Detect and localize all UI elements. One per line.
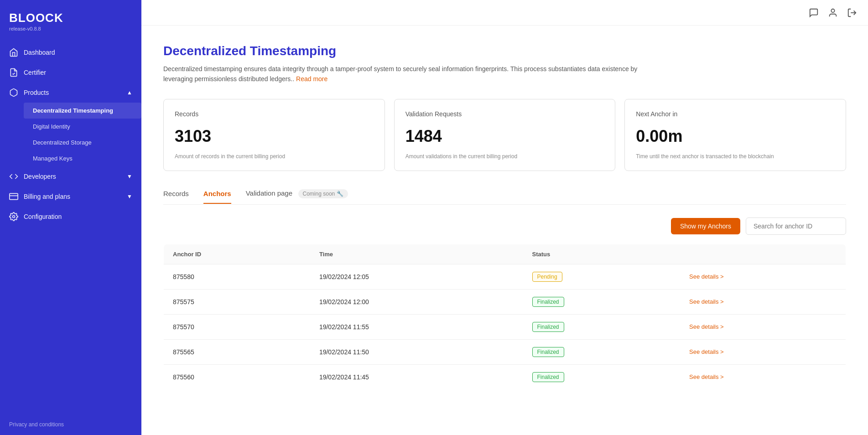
anchor-table: Anchor ID Time Status 875580 19/02/2024 … (163, 244, 846, 390)
stat-card-records: Records 3103 Amount of records in the cu… (163, 99, 385, 171)
sidebar-item-decentralized-timestamping[interactable]: Decentralized Timestamping (24, 103, 141, 119)
main-content: Decentralized Timestamping Decentralized… (141, 0, 868, 435)
message-icon[interactable] (809, 8, 819, 18)
table-row: 875575 19/02/2024 12:00 Finalized See de… (164, 289, 846, 314)
cell-actions: See details > (680, 289, 846, 314)
read-more-link[interactable]: Read more (296, 75, 327, 83)
cell-anchor-id: 875560 (164, 364, 310, 389)
home-icon (9, 48, 18, 57)
logout-icon[interactable] (847, 8, 857, 18)
cell-status: Finalized (523, 314, 681, 339)
cell-anchor-id: 875580 (164, 264, 310, 289)
sidebar-item-dashboard[interactable]: Dashboard (0, 42, 141, 62)
see-details-link[interactable]: See details > (689, 298, 837, 305)
cell-status: Finalized (523, 339, 681, 364)
table-controls: Show my Anchors (163, 218, 846, 235)
status-badge: Finalized (532, 347, 564, 357)
cell-actions: See details > (680, 314, 846, 339)
see-details-link[interactable]: See details > (689, 373, 837, 380)
sidebar-item-label: Developers (24, 173, 56, 180)
svg-rect-0 (10, 193, 18, 199)
table-row: 875570 19/02/2024 11:55 Finalized See de… (164, 314, 846, 339)
stats-row: Records 3103 Amount of records in the cu… (163, 99, 846, 171)
cell-status: Pending (523, 264, 681, 289)
search-anchor-input[interactable] (746, 218, 846, 235)
stat-description: Amount of records in the current billing… (175, 153, 374, 160)
sidebar-item-digital-identity[interactable]: Digital Identity (24, 119, 141, 135)
page-description: Decentralized timestamping ensures data … (163, 64, 665, 84)
status-badge: Finalized (532, 297, 564, 307)
logo: BLOOCK (9, 11, 132, 25)
credit-card-icon (9, 192, 18, 201)
svg-point-2 (13, 216, 15, 218)
chevron-down-icon: ▼ (127, 193, 132, 200)
settings-icon (9, 212, 18, 221)
stat-value: 3103 (175, 127, 374, 146)
table-row: 875565 19/02/2024 11:50 Finalized See de… (164, 339, 846, 364)
sidebar-item-certifier[interactable]: Certifier (0, 62, 141, 83)
sidebar-item-label: Configuration (24, 213, 62, 220)
show-my-anchors-button[interactable]: Show my Anchors (671, 218, 740, 234)
cell-status: Finalized (523, 289, 681, 314)
page-title: Decentralized Timestamping (163, 44, 846, 58)
stat-label: Validation Requests (405, 110, 604, 118)
cell-anchor-id: 875565 (164, 339, 310, 364)
cell-actions: See details > (680, 339, 846, 364)
top-bar (141, 0, 868, 26)
sidebar-item-products[interactable]: Products ▲ (0, 83, 141, 103)
page-content: Decentralized Timestamping Decentralized… (141, 26, 868, 435)
table-row: 875580 19/02/2024 12:05 Pending See deta… (164, 264, 846, 289)
cell-anchor-id: 875575 (164, 289, 310, 314)
sidebar-item-billing[interactable]: Billing and plans ▼ (0, 186, 141, 207)
cell-time: 19/02/2024 11:55 (310, 314, 523, 339)
sidebar-item-label: Billing and plans (24, 193, 70, 200)
sidebar-item-configuration[interactable]: Configuration (0, 207, 141, 227)
cell-time: 19/02/2024 11:45 (310, 364, 523, 389)
privacy-link[interactable]: Privacy and conditions (0, 414, 141, 435)
chevron-up-icon: ▲ (127, 89, 132, 96)
col-time: Time (310, 244, 523, 264)
products-subnav: Decentralized Timestamping Digital Ident… (0, 103, 141, 166)
stat-value: 1484 (405, 127, 604, 146)
sidebar-item-label: Certifier (24, 69, 46, 76)
status-badge: Finalized (532, 372, 564, 382)
version: release-v0.8.8 (9, 26, 132, 31)
status-badge: Finalized (532, 322, 564, 332)
stat-value: 0.00m (636, 127, 835, 146)
logo-area: BLOOCK release-v0.8.8 (0, 0, 141, 35)
stat-card-validation-requests: Validation Requests 1484 Amount validati… (394, 99, 616, 171)
stat-label: Next Anchor in (636, 110, 835, 118)
chevron-down-icon: ▼ (127, 173, 132, 180)
sidebar: BLOOCK release-v0.8.8 Dashboard Certifie… (0, 0, 141, 435)
col-status: Status (523, 244, 681, 264)
svg-point-3 (831, 9, 834, 12)
col-actions (680, 244, 846, 264)
see-details-link[interactable]: See details > (689, 273, 837, 280)
user-icon[interactable] (828, 8, 838, 18)
status-badge: Pending (532, 272, 562, 282)
tab-anchors[interactable]: Anchors (203, 190, 231, 204)
sidebar-item-label: Dashboard (24, 49, 55, 56)
stat-card-next-anchor: Next Anchor in 0.00m Time until the next… (624, 99, 846, 171)
cell-status: Finalized (523, 364, 681, 389)
tab-bar: Records Anchors Validation page Coming s… (163, 189, 846, 205)
col-anchor-id: Anchor ID (164, 244, 310, 264)
sidebar-item-decentralized-storage[interactable]: Decentralized Storage (24, 135, 141, 150)
stat-description: Amount validations in the current billin… (405, 153, 604, 160)
cell-actions: See details > (680, 264, 846, 289)
table-row: 875560 19/02/2024 11:45 Finalized See de… (164, 364, 846, 389)
box-icon (9, 88, 18, 97)
sidebar-item-managed-keys[interactable]: Managed Keys (24, 150, 141, 166)
tab-records[interactable]: Records (163, 190, 189, 204)
see-details-link[interactable]: See details > (689, 348, 837, 355)
cell-time: 19/02/2024 12:05 (310, 264, 523, 289)
see-details-link[interactable]: See details > (689, 323, 837, 330)
stat-label: Records (175, 110, 374, 118)
sidebar-item-label: Products (24, 89, 49, 96)
cell-actions: See details > (680, 364, 846, 389)
sidebar-item-developers[interactable]: Developers ▼ (0, 166, 141, 186)
coming-soon-badge: Coming soon 🔧 (298, 189, 348, 198)
cell-anchor-id: 875570 (164, 314, 310, 339)
file-check-icon (9, 68, 18, 77)
tab-validation-page[interactable]: Validation page Coming soon 🔧 (246, 189, 348, 205)
